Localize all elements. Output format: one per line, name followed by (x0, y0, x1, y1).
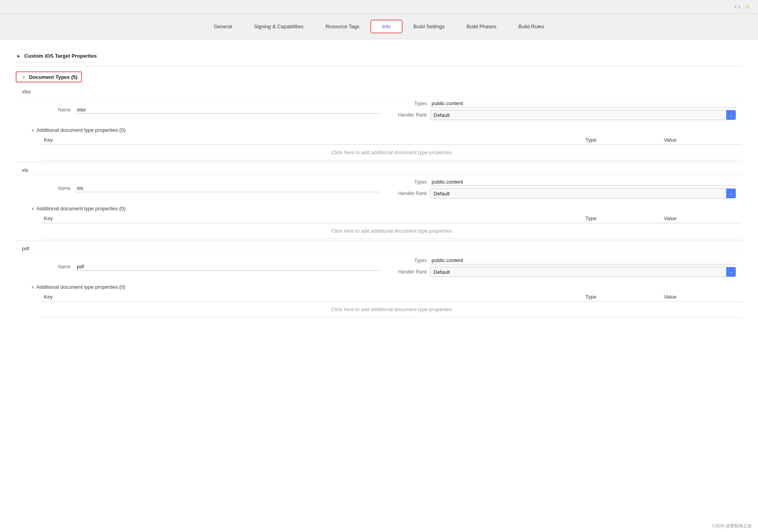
document-types-header[interactable]: ∨ Document Types (5) (16, 71, 82, 82)
doc-xls-handler-select[interactable]: Default ⌄ (430, 188, 736, 199)
custom-properties-section: ▶ Custom iOS Target Properties (16, 46, 742, 67)
doc-xls-props-table: Key Type Value Click here to add additio… (41, 214, 742, 239)
top-utility-bar: ‹ › ⚠ (0, 0, 758, 14)
doc-pdf-col-value: Value (664, 294, 742, 300)
doc-pdf-click-to-add[interactable]: Click here to add additional document ty… (41, 302, 742, 317)
doc-pdf-additional-header[interactable]: ∨ Additional document type properties (0… (31, 282, 742, 292)
doc-xls-types-label: Types (395, 179, 427, 185)
back-icon[interactable]: ‹ (734, 3, 736, 10)
tab-bar: General Signing & Capabilities Resource … (0, 14, 758, 39)
document-types-section: ∨ Document Types (5) (16, 70, 742, 84)
navigation-controls: ‹ › ⚠ (734, 3, 750, 10)
doc-pdf-col-key: Key (41, 294, 585, 300)
tab-info[interactable]: Info (370, 20, 403, 33)
doc-pdf-name-label: Name (39, 264, 71, 270)
tab-build-phases[interactable]: Build Phases (456, 20, 507, 33)
doc-entry-xlsx-fields: Name xlsx Types public.content Handler R… (39, 97, 736, 123)
doc-xls-col-key: Key (41, 215, 585, 221)
forward-icon[interactable]: › (738, 3, 740, 10)
doc-xls-handler-value: Default (430, 189, 726, 198)
doc-pdf-types-row: Types public.content (395, 257, 736, 264)
doc-entry-xls-right: Types public.content Handler Rank Defaul… (395, 178, 736, 199)
doc-xlsx-additional-chevron: ∨ (31, 128, 34, 132)
doc-xlsx-handler-label: Handler Rank (395, 112, 427, 118)
doc-entry-pdf-left: Name pdf (39, 257, 395, 277)
doc-entry-pdf: pdf Name pdf Types public.content Handle… (16, 242, 742, 317)
footer: CSDN @爱勒海之旅 (712, 523, 752, 529)
doc-xlsx-additional-header[interactable]: ∨ Additional document type properties (0… (31, 125, 742, 135)
tab-general[interactable]: General (203, 20, 243, 33)
tab-build-rules[interactable]: Build Rules (507, 20, 555, 33)
doc-xlsx-name-value[interactable]: xlsx (75, 106, 380, 114)
doc-pdf-additional-chevron: ∨ (31, 285, 34, 289)
doc-xls-additional: ∨ Additional document type properties (0… (31, 203, 742, 239)
doc-xls-handler-row: Handler Rank Default ⌄ (395, 188, 736, 199)
doc-xls-click-to-add[interactable]: Click here to add additional document ty… (41, 223, 742, 239)
doc-xlsx-handler-row: Handler Rank Default ⌄ (395, 110, 736, 120)
doc-xlsx-handler-arrow[interactable]: ⌄ (726, 110, 736, 120)
doc-pdf-name-value[interactable]: pdf (75, 263, 380, 271)
doc-xls-col-type: Type (585, 215, 664, 221)
doc-xlsx-types-label: Types (395, 101, 427, 106)
doc-entry-xlsx-name: xlsx (16, 86, 742, 97)
doc-pdf-col-type: Type (585, 294, 664, 300)
doc-entry-xlsx: xlsx Name xlsx Types public.content Hand… (16, 86, 742, 160)
doc-xls-props-header: Key Type Value (41, 214, 742, 223)
doc-xlsx-name-label: Name (39, 107, 71, 113)
doc-xls-additional-header[interactable]: ∨ Additional document type properties (0… (31, 203, 742, 214)
doc-pdf-handler-select[interactable]: Default ⌄ (430, 267, 736, 277)
doc-xlsx-handler-value: Default (430, 111, 726, 119)
doc-entry-pdf-name: pdf (16, 242, 742, 253)
doc-xlsx-types-value[interactable]: public.content (430, 100, 736, 107)
tab-resource-tags[interactable]: Resource Tags (315, 20, 370, 33)
doc-pdf-handler-label: Handler Rank (395, 269, 427, 275)
doc-xls-col-value: Value (664, 215, 742, 221)
doc-pdf-handler-value: Default (430, 268, 726, 276)
footer-label: CSDN @爱勒海之旅 (712, 523, 752, 528)
doc-xls-additional-chevron: ∨ (31, 206, 34, 211)
warning-icon: ⚠ (745, 3, 750, 10)
doc-xlsx-handler-select[interactable]: Default ⌄ (430, 110, 736, 120)
doc-xls-additional-label: Additional document type properties (0) (36, 206, 126, 211)
document-types-title: Document Types (5) (29, 74, 77, 80)
doc-xlsx-types-row: Types public.content (395, 100, 736, 107)
custom-properties-header[interactable]: ▶ Custom iOS Target Properties (16, 49, 97, 62)
doc-xls-handler-arrow[interactable]: ⌄ (726, 189, 736, 198)
doc-pdf-types-value[interactable]: public.content (430, 257, 736, 264)
doc-xlsx-col-type: Type (585, 137, 664, 143)
doc-pdf-types-label: Types (395, 258, 427, 263)
document-types-chevron: ∨ (20, 74, 27, 80)
doc-xlsx-col-value: Value (664, 137, 742, 143)
doc-pdf-handler-row: Handler Rank Default ⌄ (395, 267, 736, 277)
main-content: ▶ Custom iOS Target Properties ∨ Documen… (0, 39, 758, 325)
doc-entry-xls: xls Name xls Types public.content Handle… (16, 164, 742, 239)
doc-pdf-props-table: Key Type Value Click here to add additio… (41, 292, 742, 317)
tab-signing[interactable]: Signing & Capabilities (243, 20, 314, 33)
doc-xlsx-props-header: Key Type Value (41, 135, 742, 145)
doc-entry-xls-name: xls (16, 164, 742, 175)
doc-xls-name-value[interactable]: xls (75, 184, 380, 192)
doc-entry-pdf-fields: Name pdf Types public.content Handler Ra… (39, 253, 736, 280)
doc-xls-name-label: Name (39, 186, 71, 191)
doc-xls-handler-label: Handler Rank (395, 191, 427, 196)
doc-pdf-additional: ∨ Additional document type properties (0… (31, 282, 742, 317)
doc-entry-xls-fields: Name xls Types public.content Handler Ra… (39, 175, 736, 202)
doc-entry-xlsx-right: Types public.content Handler Rank Defaul… (395, 100, 736, 120)
doc-pdf-handler-arrow[interactable]: ⌄ (726, 267, 736, 277)
doc-pdf-additional-label: Additional document type properties (0) (36, 284, 126, 290)
tab-build-settings[interactable]: Build Settings (403, 20, 456, 33)
doc-pdf-props-header: Key Type Value (41, 292, 742, 302)
doc-entry-xlsx-left: Name xlsx (39, 100, 395, 120)
doc-xlsx-props-table: Key Type Value Click here to add additio… (41, 135, 742, 160)
doc-xlsx-additional: ∨ Additional document type properties (0… (31, 125, 742, 160)
doc-xls-types-row: Types public.content (395, 178, 736, 186)
doc-xlsx-col-key: Key (41, 137, 585, 143)
doc-xls-types-value[interactable]: public.content (430, 178, 736, 186)
separator-1 (16, 162, 742, 162)
doc-xlsx-additional-label: Additional document type properties (0) (36, 127, 126, 133)
custom-properties-title: Custom iOS Target Properties (24, 53, 97, 59)
doc-entry-xls-left: Name xls (39, 178, 395, 199)
doc-xlsx-click-to-add[interactable]: Click here to add additional document ty… (41, 145, 742, 160)
main-window: ‹ › ⚠ General Signing & Capabilities Res… (0, 0, 758, 532)
custom-properties-chevron: ▶ (16, 53, 22, 59)
